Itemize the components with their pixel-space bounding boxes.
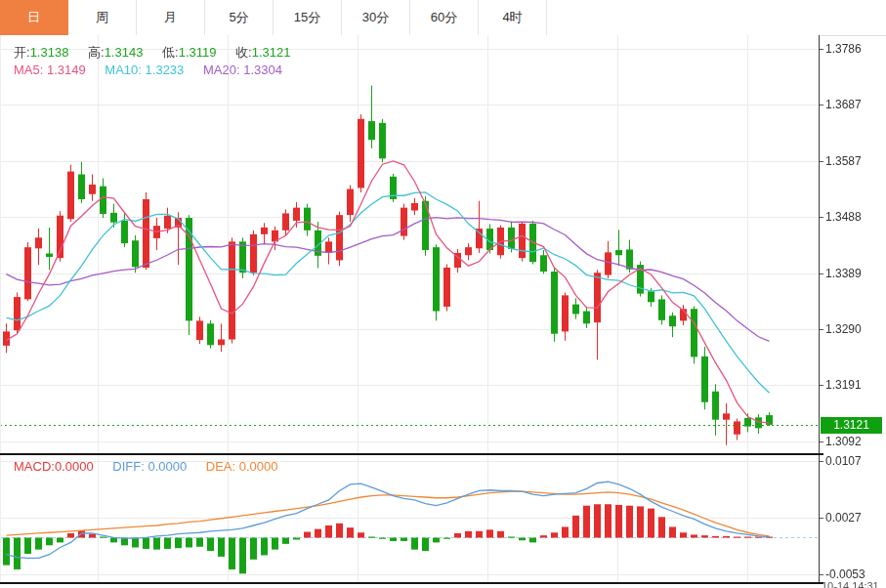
price-tick-1.3786: 1.3786: [825, 42, 862, 56]
price-tick-1.3290: 1.3290: [825, 322, 862, 336]
tab-15min[interactable]: 15分: [274, 0, 342, 35]
price-tick-1.3786-tick: [820, 49, 823, 50]
tab-30min[interactable]: 30分: [342, 0, 410, 35]
chart-left-border: [0, 35, 1, 582]
diff-label-value: DIFF: 0.0000: [112, 459, 187, 474]
ma5-label-value: MA5: 1.3149: [14, 63, 86, 77]
panel-divider-line: [0, 453, 823, 455]
main-price-chart-canvas[interactable]: [0, 35, 819, 453]
open-value: 1.3138: [30, 45, 69, 60]
tab-week[interactable]: 周: [68, 0, 137, 35]
macd-tick-0.0107: 0.0107: [825, 454, 862, 468]
macd-tick-0.0107-tick: [820, 461, 823, 462]
close-value: 1.3121: [252, 45, 291, 60]
macd-tick-0.0027: 0.0027: [825, 511, 862, 525]
ma20-label-value: MA20: 1.3304: [203, 63, 282, 77]
close-label: 收:: [235, 45, 252, 60]
price-tick-1.3191: 1.3191: [825, 378, 862, 392]
price-tick-1.3092: 1.3092: [825, 435, 862, 448]
macd-legend-row: MACD:0.0000 DIFF: 0.0000 DEA: 0.0000: [14, 459, 278, 474]
low-label: 低:: [162, 45, 179, 60]
price-tick-1.3488-tick: [820, 217, 823, 218]
chart-bottom-border: [0, 582, 823, 584]
timeframe-tab-bar: 日 周 月 5分 15分 30分 60分 4时: [0, 0, 886, 36]
macd-label-value: MACD:0.0000: [14, 459, 94, 474]
price-tick-1.3092-tick: [820, 441, 823, 442]
price-tick-1.3290-tick: [820, 329, 823, 330]
tab-month[interactable]: 月: [137, 0, 205, 35]
price-tick-1.3587-tick: [820, 161, 823, 162]
low-value: 1.3119: [179, 45, 217, 60]
y-axis-line: [819, 35, 820, 583]
ohlc-legend-row: 开:1.3138 高:1.3143 低:1.3119 收:1.3121: [14, 44, 290, 62]
tab-60min[interactable]: 60分: [410, 0, 479, 35]
price-tick-1.3587: 1.3587: [825, 154, 862, 168]
price-tick-1.3687-tick: [820, 105, 823, 105]
tab-day[interactable]: 日: [0, 0, 68, 35]
ma-legend-row: MA5: 1.3149 MA10: 1.3233 MA20: 1.3304: [14, 63, 282, 77]
tab-5min[interactable]: 5分: [205, 0, 274, 35]
current-price-tag: 1.3121: [821, 417, 882, 434]
price-tick-1.3488: 1.3488: [825, 210, 862, 224]
ma10-label-value: MA10: 1.3233: [105, 63, 184, 77]
price-tick-1.3389: 1.3389: [825, 267, 862, 280]
macd-tick--0.0053-tick: [820, 574, 823, 575]
high-label: 高:: [88, 45, 105, 60]
open-label: 开:: [14, 45, 30, 60]
price-tick-1.3389-tick: [820, 273, 823, 274]
price-tick-1.3191-tick: [820, 385, 823, 386]
macd-indicator-canvas[interactable]: [0, 455, 819, 584]
tab-4hour[interactable]: 4时: [479, 0, 547, 35]
dea-label-value: DEA: 0.0000: [206, 459, 278, 474]
high-value: 1.3143: [105, 45, 144, 60]
price-tick-1.3687: 1.3687: [825, 98, 862, 111]
bottom-partial-timestamp: 10-14 14:31: [822, 580, 884, 588]
macd-tick--0.0053: -0.0053: [825, 567, 865, 581]
macd-tick-0.0027-tick: [820, 518, 823, 519]
